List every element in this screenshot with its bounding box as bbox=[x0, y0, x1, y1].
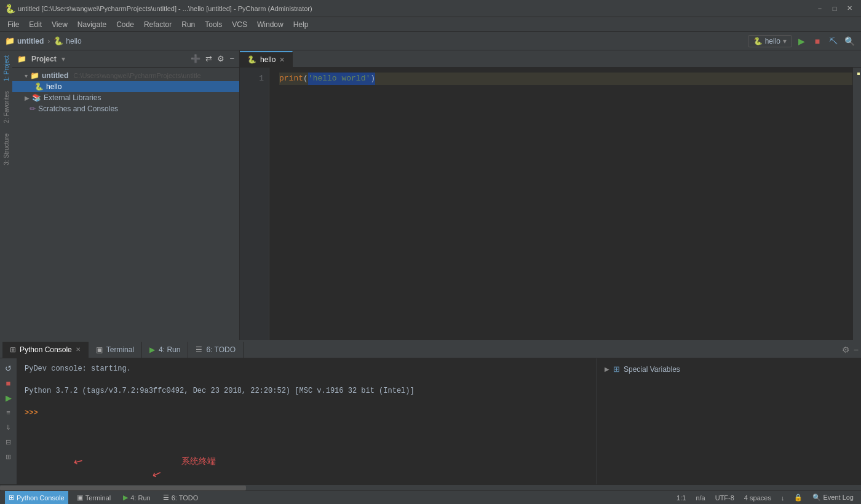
sidebar-tab-favorites[interactable]: 2: Favorites bbox=[2, 86, 11, 128]
tab-close-icon[interactable]: ✕ bbox=[279, 56, 285, 64]
menu-refactor[interactable]: Refactor bbox=[139, 19, 177, 30]
editor-tab-hello[interactable]: 🐍 hello ✕ bbox=[240, 51, 293, 67]
tree-item-scratches[interactable]: ✏ Scratches and Consoles bbox=[12, 103, 239, 114]
tree-file-icon-hello: 🐍 bbox=[34, 82, 44, 91]
search-button[interactable]: 🔍 bbox=[843, 34, 856, 48]
tree-label-hello: hello bbox=[46, 82, 62, 91]
bottom-minimize-icon[interactable]: − bbox=[854, 345, 859, 355]
tree-label-untitled: untitled bbox=[42, 71, 68, 80]
breadcrumb-hello[interactable]: hello bbox=[66, 37, 81, 45]
special-vars-header[interactable]: ▶ ⊞ Special Variables bbox=[602, 363, 856, 375]
breadcrumb-separator: › bbox=[47, 37, 50, 45]
run-config-dropdown[interactable]: 🐍 hello ▾ bbox=[748, 35, 792, 47]
console-align-btn[interactable]: ≡ bbox=[2, 406, 15, 419]
sidebar-tab-project[interactable]: 1: Project bbox=[2, 50, 11, 86]
menu-vcs[interactable]: VCS bbox=[227, 19, 252, 30]
menu-view[interactable]: View bbox=[47, 19, 73, 30]
project-panel: 📁 Project ▾ ➕ ⇄ ⚙ − ▾ 📁 untitled C:\User… bbox=[12, 50, 240, 340]
bottom-content: ↺ ■ ▶ ≡ ⇓ ⊟ ⊞ PyDev console: starting. P… bbox=[0, 358, 861, 484]
menu-edit[interactable]: Edit bbox=[24, 19, 47, 30]
status-run-label: 4: Run bbox=[130, 494, 150, 502]
special-vars-label: Special Variables bbox=[624, 365, 680, 374]
status-position[interactable]: 1:1 bbox=[674, 494, 688, 502]
editor-area: 🐍 hello ✕ 1 print('hello world') bbox=[240, 50, 861, 340]
menu-window[interactable]: Window bbox=[252, 19, 288, 30]
status-todo-label: 6: TODO bbox=[172, 494, 199, 502]
run-tab-label: 4: Run bbox=[159, 345, 180, 354]
minimize-button[interactable]: − bbox=[813, 3, 827, 14]
console-restart-btn[interactable]: ↺ bbox=[2, 362, 15, 374]
code-area[interactable]: print('hello world') bbox=[269, 68, 852, 340]
console-line-3: Python 3.7.2 (tags/v3.7.2:9a3ffc0492, De… bbox=[25, 385, 589, 396]
menu-file[interactable]: File bbox=[2, 19, 24, 30]
tree-item-hello[interactable]: 🐍 hello bbox=[12, 81, 239, 92]
run-tab-icon: ▶ bbox=[149, 345, 155, 354]
status-encoding[interactable]: UTF-8 bbox=[713, 494, 737, 502]
console-stop-btn[interactable]: ■ bbox=[2, 377, 15, 389]
stop-button[interactable]: ■ bbox=[811, 34, 824, 48]
console-scroll-btn[interactable]: ⇓ bbox=[2, 421, 15, 433]
bottom-tab-todo[interactable]: ☰ 6: TODO bbox=[188, 342, 244, 358]
breadcrumb-project[interactable]: untitled bbox=[17, 37, 44, 45]
project-settings-icon[interactable]: ⚙ bbox=[217, 54, 224, 63]
scroll-thumb[interactable] bbox=[0, 486, 246, 490]
event-log-label: Event Log bbox=[823, 494, 854, 501]
menu-run[interactable]: Run bbox=[177, 19, 200, 30]
console-vars-btn[interactable]: ⊞ bbox=[2, 451, 15, 463]
project-minimize-icon[interactable]: − bbox=[229, 54, 234, 63]
bottom-tab-run[interactable]: ▶ 4: Run bbox=[142, 342, 188, 358]
console-output[interactable]: PyDev console: starting. Python 3.7.2 (t… bbox=[17, 358, 597, 484]
status-lf-icon[interactable]: ↓ bbox=[779, 494, 787, 502]
code-close-paren: ) bbox=[370, 73, 375, 85]
nav-folder-icon: 📁 bbox=[5, 36, 15, 45]
editor-content: 1 print('hello world') bbox=[240, 68, 861, 340]
special-vars-expand-arrow: ▶ bbox=[605, 366, 609, 372]
bottom-tab-terminal[interactable]: ▣ Terminal bbox=[89, 342, 142, 358]
maximize-button[interactable]: □ bbox=[828, 3, 841, 14]
status-python-console-tab[interactable]: ⊞ Python Console bbox=[5, 491, 68, 505]
title-bar: 🐍 untitled [C:\Users\wangwei\PycharmProj… bbox=[0, 0, 861, 17]
status-terminal-tab[interactable]: ▣ Terminal bbox=[73, 491, 115, 505]
project-dropdown-arrow: ▾ bbox=[62, 55, 65, 63]
console-scrollbar[interactable] bbox=[0, 484, 861, 490]
project-add-icon[interactable]: ➕ bbox=[191, 54, 200, 63]
debug-button[interactable]: ⛏ bbox=[827, 34, 840, 48]
python-console-close-icon[interactable]: ✕ bbox=[76, 346, 81, 353]
special-variables-panel: ▶ ⊞ Special Variables bbox=[597, 358, 861, 484]
code-open-paren: ( bbox=[303, 73, 308, 85]
tree-label-scratches: Scratches and Consoles bbox=[38, 104, 118, 113]
sidebar-tab-structure[interactable]: 3: Structure bbox=[2, 128, 11, 170]
status-indent[interactable]: 4 spaces bbox=[742, 494, 774, 502]
line-numbers: 1 bbox=[240, 68, 269, 340]
project-sync-icon[interactable]: ⇄ bbox=[205, 54, 212, 63]
status-lock-icon[interactable]: 🔒 bbox=[792, 494, 805, 502]
tree-item-untitled[interactable]: ▾ 📁 untitled C:\Users\wangwei\PycharmPro… bbox=[12, 70, 239, 81]
console-prompt: >>> bbox=[25, 409, 38, 417]
status-terminal-icon: ▣ bbox=[77, 494, 83, 502]
status-todo-tab[interactable]: ☰ 6: TODO bbox=[159, 491, 202, 505]
bottom-panel: ⊞ Python Console ✕ ▣ Terminal ▶ 4: Run ☰… bbox=[0, 340, 861, 490]
event-log[interactable]: 🔍 Event Log bbox=[810, 494, 856, 502]
run-config-label: hello bbox=[765, 37, 780, 45]
tree-item-external-libraries[interactable]: ▶ 📚 External Libraries bbox=[12, 92, 239, 103]
python-console-icon: ⊞ bbox=[10, 345, 16, 354]
editor-tabs: 🐍 hello ✕ bbox=[240, 50, 861, 68]
project-tree: ▾ 📁 untitled C:\Users\wangwei\PycharmPro… bbox=[12, 68, 239, 340]
bottom-tab-python-console[interactable]: ⊞ Python Console ✕ bbox=[2, 342, 89, 358]
console-prompt-line: >>> bbox=[25, 408, 589, 419]
app-icon: 🐍 bbox=[5, 4, 15, 14]
console-run-btn[interactable]: ▶ bbox=[2, 392, 15, 404]
status-console-icon: ⊞ bbox=[9, 494, 14, 502]
status-run-tab[interactable]: ▶ 4: Run bbox=[119, 491, 154, 505]
menu-navigate[interactable]: Navigate bbox=[73, 19, 111, 30]
console-clear-btn[interactable]: ⊟ bbox=[2, 436, 15, 448]
menu-code[interactable]: Code bbox=[111, 19, 139, 30]
status-na[interactable]: n/a bbox=[693, 494, 707, 502]
tab-label: hello bbox=[260, 55, 276, 64]
run-button[interactable]: ▶ bbox=[795, 34, 808, 48]
menu-help[interactable]: Help bbox=[288, 19, 314, 30]
menu-tools[interactable]: Tools bbox=[200, 19, 227, 30]
terminal-label: Terminal bbox=[106, 345, 134, 354]
bottom-settings-icon[interactable]: ⚙ bbox=[842, 345, 850, 355]
close-button[interactable]: ✕ bbox=[843, 3, 856, 14]
